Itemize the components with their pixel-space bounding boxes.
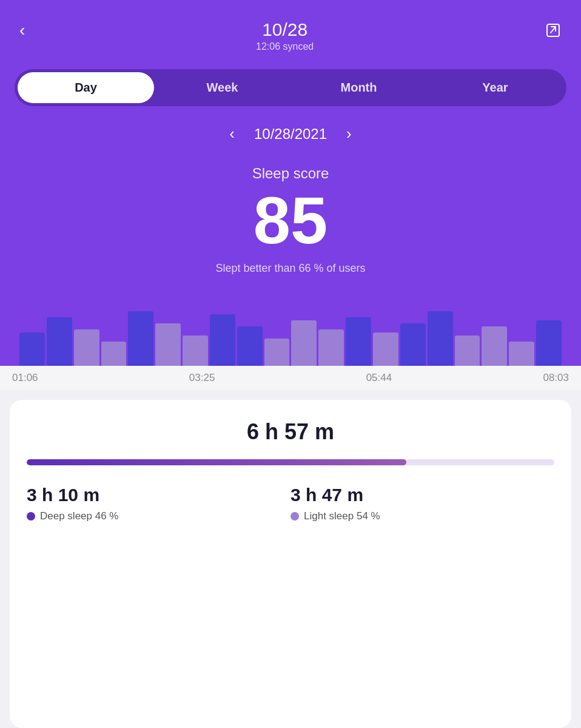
back-button[interactable]: ‹ [15,19,30,41]
light-sleep-label: Light sleep 54 % [290,510,554,522]
time-labels-section: 01:06 03:25 05:44 08:03 [0,366,581,390]
sleep-chart [15,293,566,366]
sleep-comparison: Slept better than 66 % of users [15,262,566,275]
chart-bar [482,326,507,366]
tab-bar: Day Week Month Year [15,69,566,106]
deep-sleep-dot [27,512,35,521]
app-container: ‹ 10/28 12:06 synced Day Week Month Year… [0,0,581,728]
share-button[interactable] [540,19,566,46]
chart-bar [509,342,534,366]
light-sleep-duration: 3 h 47 m [290,485,554,505]
chart-bar [210,314,235,366]
date-navigator: ‹ 10/28/2021 › [15,124,566,143]
chart-bar [237,326,263,366]
progress-bar-fill [27,459,406,465]
tab-week[interactable]: Week [154,72,290,103]
tab-year[interactable]: Year [427,72,563,103]
chart-bar [455,335,480,366]
chart-bar [428,311,453,366]
tab-day[interactable]: Day [18,72,154,103]
chart-bar [536,320,562,366]
chart-bar [318,329,344,366]
time-label-2: 03:25 [189,372,215,384]
chart-bar [128,311,153,366]
chart-bar [264,339,290,366]
sleep-chart-wrapper [15,293,566,366]
time-label-1: 01:06 [12,372,38,384]
tab-month[interactable]: Month [290,72,427,103]
prev-date-button[interactable]: ‹ [229,124,235,143]
svg-line-1 [551,27,556,33]
total-sleep: 6 h 57 m [27,419,554,445]
light-sleep-text: Light sleep 54 % [304,510,380,522]
chart-bar [47,317,72,366]
sleep-score-label: Sleep score [15,165,566,182]
deep-sleep-duration: 3 h 10 m [27,485,290,505]
progress-bar-container [27,459,554,465]
time-label-4: 08:03 [543,372,569,384]
chart-bar [400,323,426,366]
header-date: 10/28 [30,19,540,40]
stats-card: 6 h 57 m 3 h 10 m Deep sleep 46 % 3 h 47… [10,400,571,728]
deep-sleep-label: Deep sleep 46 % [27,510,290,522]
time-label-3: 05:44 [366,372,392,384]
chart-bar [19,332,45,366]
chart-bar [183,335,208,366]
chart-bar [346,317,371,366]
top-bar: ‹ 10/28 12:06 synced [15,19,566,52]
sync-text: 12:06 synced [30,41,540,52]
sleep-breakdown: 3 h 10 m Deep sleep 46 % 3 h 47 m Light … [27,485,554,522]
light-sleep-dot [290,512,299,521]
chart-bar [74,329,99,366]
light-sleep-stats: 3 h 47 m Light sleep 54 % [290,485,554,522]
header-section: ‹ 10/28 12:06 synced Day Week Month Year… [0,0,581,366]
next-date-button[interactable]: › [346,124,352,143]
chart-bar [155,323,181,366]
chart-bar [291,320,317,366]
chart-bar [101,342,127,366]
deep-sleep-stats: 3 h 10 m Deep sleep 46 % [27,485,290,522]
current-date: 10/28/2021 [254,126,327,143]
chart-bar [373,332,398,366]
deep-sleep-text: Deep sleep 46 % [40,510,118,522]
sleep-score-number: 85 [15,187,566,254]
sleep-score-area: Sleep score 85 Slept better than 66 % of… [15,165,566,275]
date-sync: 10/28 12:06 synced [30,19,540,52]
